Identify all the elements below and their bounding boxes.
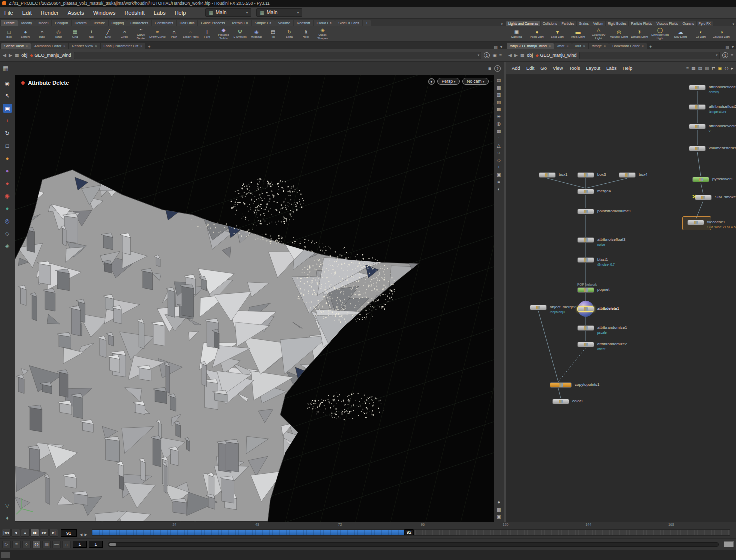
pin-count-badge[interactable]: 1 xyxy=(722,52,728,58)
pane-menu-icon[interactable]: ≡ xyxy=(499,53,502,58)
snap-multi-icon[interactable]: ● xyxy=(3,166,12,175)
path-field[interactable]: ▾ xyxy=(579,52,720,59)
breadcrumb-node[interactable]: ◆ GEO_manju_wind xyxy=(30,53,71,58)
node-body[interactable] xyxy=(577,237,594,243)
node-body[interactable] xyxy=(577,257,594,263)
shelf-tool-helix[interactable]: §Helix xyxy=(298,26,314,41)
shelf-tool-circle[interactable]: ○Circle xyxy=(116,26,133,41)
snap-sequence-icon[interactable]: ● xyxy=(3,204,12,213)
shelf-tab-cloud-fx[interactable]: Cloud FX xyxy=(314,20,335,26)
shelf-tab-guide-process[interactable]: Guide Process xyxy=(198,20,228,26)
node-body[interactable] xyxy=(577,325,594,331)
shelf-tool-sky-light[interactable]: ☁Sky Light xyxy=(670,26,691,41)
shelf-tool-path[interactable]: ∩Path xyxy=(166,26,182,41)
node-body[interactable] xyxy=(577,209,594,214)
node-body[interactable] xyxy=(692,177,709,182)
snap-primitive-icon[interactable]: ◉ xyxy=(3,191,12,200)
persp-view-button[interactable]: Persp ▾ xyxy=(437,78,460,85)
menu-redshift[interactable]: Redshift xyxy=(120,7,149,18)
shelf-tab-hair-utils[interactable]: Hair Utils xyxy=(177,20,198,26)
pane-list-icon[interactable]: ▤ xyxy=(494,45,498,49)
network-root-icon[interactable]: ▦ xyxy=(520,53,525,58)
shelf-tool-grid[interactable]: ▦Grid xyxy=(67,26,83,41)
close-tab-icon[interactable]: × xyxy=(642,44,644,48)
network-menu-go[interactable]: Go xyxy=(537,65,550,71)
shelf-tab-create[interactable]: Create xyxy=(1,20,18,26)
misc-tool-icon[interactable]: ◇ xyxy=(3,229,12,238)
shelf-tab-simple-fx[interactable]: Simple FX xyxy=(252,20,275,26)
no-cam-button[interactable]: No cam ▾ xyxy=(462,78,489,85)
node-body[interactable] xyxy=(689,104,706,110)
range-slider[interactable] xyxy=(108,542,719,547)
shelf-tab-rigging[interactable]: Rigging xyxy=(109,20,127,26)
tab-obj-geo-manju-wind[interactable]: /obj/GEO_manju_wind× xyxy=(507,43,554,49)
pane-tab-menu-icon[interactable]: ▾ xyxy=(732,45,734,49)
layout-selector[interactable]: ▦ Main ▾ xyxy=(256,8,302,17)
info-icon[interactable]: ● xyxy=(497,500,500,505)
net-pin-icon[interactable]: ◎ xyxy=(725,66,729,71)
shelf-tab-volume[interactable]: Volume xyxy=(275,20,293,26)
select-visible-icon[interactable]: ▣ xyxy=(497,172,501,177)
shelf-menu-icon[interactable]: ▾ xyxy=(499,22,505,26)
forward-arrow-icon[interactable]: ▶ xyxy=(514,53,518,58)
node-body[interactable] xyxy=(550,382,572,388)
network-menu-view[interactable]: View xyxy=(550,65,566,71)
shelf-tab-terrain-fx[interactable]: Terrain FX xyxy=(228,20,251,26)
shelf-tool-curve-bezier[interactable]: ~Curve Bezier xyxy=(133,26,149,41)
node-body[interactable] xyxy=(577,306,594,312)
shading-mode-icon[interactable]: ▦ xyxy=(497,85,501,90)
net-parms-icon[interactable]: ≡ xyxy=(686,66,689,71)
net-notes-icon[interactable]: ▣ xyxy=(718,66,722,71)
shelf-tool-spray-paint[interactable]: ∴Spray Paint xyxy=(182,26,199,41)
network-menu-layout[interactable]: Layout xyxy=(583,65,604,71)
pane-menu-icon[interactable]: ≡ xyxy=(731,53,733,58)
net-grid-icon[interactable]: ▦ xyxy=(691,66,696,71)
menu-assets[interactable]: Assets xyxy=(63,7,89,18)
range-end-field[interactable]: 1 xyxy=(89,541,103,548)
new-tab-button[interactable]: + xyxy=(146,44,152,49)
tab-out[interactable]: /out× xyxy=(572,43,588,49)
camera-lock-icon[interactable]: ● xyxy=(428,78,435,85)
network-root-icon[interactable]: ▦ xyxy=(15,53,19,58)
help-icon[interactable]: ? xyxy=(494,65,501,72)
shelf-tool-distant-light[interactable]: ☀Distant Light xyxy=(629,26,650,41)
shelf-tool-null[interactable]: +Null xyxy=(83,26,100,41)
close-tab-icon[interactable]: × xyxy=(583,44,585,48)
net-forward-icon[interactable]: ▸ xyxy=(731,66,733,71)
prev-frame-button[interactable]: ◀ xyxy=(79,533,83,537)
dopesheet-toggle-icon[interactable]: ▥ xyxy=(42,541,51,548)
realtime-toggle-icon[interactable]: ◎ xyxy=(32,541,41,548)
node-body[interactable] xyxy=(539,172,556,178)
shelf-tool-sphere[interactable]: ●Sphere xyxy=(17,26,34,41)
pane-layout-icon[interactable]: ▦ xyxy=(3,65,8,72)
snap-grid-icon[interactable]: ● xyxy=(3,179,12,188)
shelf-tab-sidefx-labs[interactable]: SideFX Labs xyxy=(335,20,362,26)
bypass-flag-icon[interactable]: ✕ xyxy=(692,193,697,200)
shelf-tab-model[interactable]: Model xyxy=(35,20,51,26)
display-options-icon[interactable]: ▩ xyxy=(497,107,501,112)
high-quality-icon[interactable]: ◎ xyxy=(497,121,501,126)
handles-display-icon[interactable]: + xyxy=(497,165,500,170)
shelf-tool-box[interactable]: □Box xyxy=(1,26,17,41)
menu-help[interactable]: Help xyxy=(170,7,191,18)
viewport-3d-canvas[interactable]: ✚ Attribute Delete ● Persp ▾ No cam ▾ xyxy=(15,75,494,522)
range-slider-icon[interactable]: ↔ xyxy=(62,541,71,548)
breadcrumb-root[interactable]: obj xyxy=(527,53,533,58)
shelf-tab-particle-fluids[interactable]: Particle Fluids xyxy=(629,21,654,26)
particle-display-icon[interactable]: ○ xyxy=(497,150,500,155)
jump-end-button[interactable]: ▶| xyxy=(49,529,58,537)
range-limit-icon[interactable]: ― xyxy=(52,541,61,548)
shelf-tab-collisions[interactable]: Collisions xyxy=(541,21,559,26)
back-arrow-icon[interactable]: ◀ xyxy=(508,53,512,58)
menu-file[interactable]: File xyxy=(0,7,18,18)
loop-mode-icon[interactable]: ○ xyxy=(22,541,31,548)
shelf-menu-icon[interactable]: ▾ xyxy=(730,22,736,26)
node-body[interactable] xyxy=(577,287,594,293)
breadcrumb-root[interactable]: obj xyxy=(21,53,27,58)
snap-points-icon[interactable]: ● xyxy=(3,154,12,163)
shelf-tool-metaball[interactable]: ◉Metaball xyxy=(248,26,265,41)
snapshot-icon[interactable]: ▣ xyxy=(492,53,497,58)
close-tab-icon[interactable]: × xyxy=(63,44,65,48)
floating-panel-icon[interactable]: ▣ xyxy=(497,514,501,519)
shelf-tool-l-system[interactable]: ΨL-System xyxy=(232,26,248,41)
